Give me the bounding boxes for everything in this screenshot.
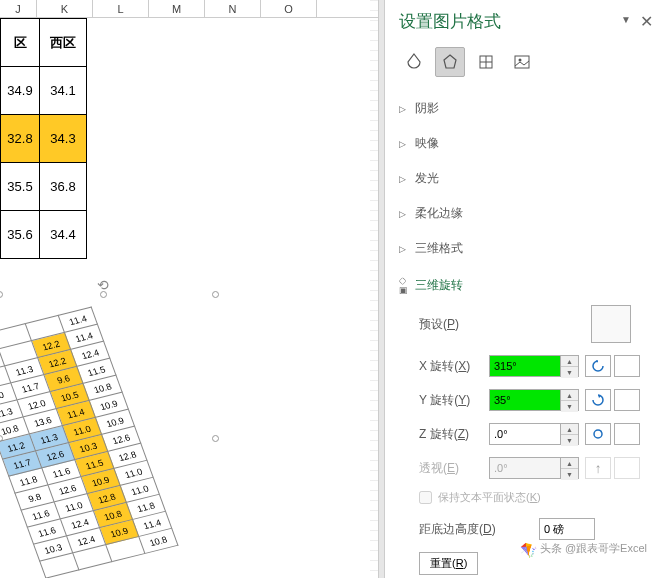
- preset-label: 预设(P): [419, 316, 489, 333]
- expand-icon: ▷: [399, 104, 411, 114]
- rotate-down-button[interactable]: [614, 389, 640, 411]
- picture-tab-icon[interactable]: [507, 47, 537, 77]
- perspective-label: 透视(E): [419, 460, 489, 477]
- reset-button[interactable]: 重置(R): [419, 552, 478, 575]
- pane-title: 设置图片格式: [399, 10, 501, 33]
- expand-icon: ▷: [399, 244, 411, 254]
- perspective-narrow-button: ↑: [585, 457, 611, 479]
- cell[interactable]: 36.8: [40, 163, 87, 211]
- spin-up-icon: ▲: [561, 458, 578, 469]
- vertical-ruler: [370, 0, 378, 578]
- effects-tab-icon[interactable]: [435, 47, 465, 77]
- section-header-3d-rotation[interactable]: ▣ 三维旋转: [399, 272, 653, 298]
- section-reflection: ▷ 映像: [399, 128, 653, 159]
- resize-handle[interactable]: [0, 291, 3, 298]
- section-soft-edges: ▷ 柔化边缘: [399, 198, 653, 229]
- table-header-1[interactable]: 区: [1, 19, 40, 67]
- section-glow: ▷ 发光: [399, 163, 653, 194]
- rotate-ccw-button[interactable]: [585, 423, 611, 445]
- perspective-wide-button: [614, 457, 640, 479]
- keep-text-flat-label: 保持文本平面状态(K): [438, 490, 541, 505]
- section-header-3d-format[interactable]: ▷ 三维格式: [399, 237, 653, 260]
- distance-label: 距底边高度(D): [419, 521, 519, 538]
- format-picture-pane: 设置图片格式 ▼ ✕ ▷ 阴影 ▷ 映像 ▷ 发光: [385, 0, 667, 578]
- spin-up-icon[interactable]: ▲: [561, 424, 578, 435]
- rotate-right-button[interactable]: [614, 355, 640, 377]
- section-3d-format: ▷ 三维格式: [399, 233, 653, 264]
- z-rotation-label: Z 旋转(Z): [419, 426, 489, 443]
- svg-marker-0: [444, 55, 456, 68]
- spin-down-icon: ▼: [561, 469, 578, 480]
- col-header-m[interactable]: M: [149, 0, 205, 17]
- y-rotation-label: Y 旋转(Y): [419, 392, 489, 409]
- section-header-glow[interactable]: ▷ 发光: [399, 167, 653, 190]
- section-3d-rotation: ▣ 三维旋转 预设(P) X 旋转(X) ▲▼ Y 旋转(Y): [399, 268, 653, 578]
- col-header-o[interactable]: O: [261, 0, 317, 17]
- fill-line-tab-icon[interactable]: [399, 47, 429, 77]
- x-rotation-label: X 旋转(X): [419, 358, 489, 375]
- section-header-reflection[interactable]: ▷ 映像: [399, 132, 653, 155]
- watermark-icon: 🪁: [520, 542, 537, 558]
- perspective-input: [490, 458, 560, 478]
- resize-handle[interactable]: [212, 291, 219, 298]
- preset-dropdown-button[interactable]: [591, 305, 631, 343]
- z-rotation-spinner[interactable]: ▲▼: [489, 423, 579, 445]
- x-rotation-spinner[interactable]: ▲▼: [489, 355, 579, 377]
- spin-up-icon[interactable]: ▲: [561, 356, 578, 367]
- worksheet-area[interactable]: J K L M N O 区 西区 34.9 34.1 32.8 34.3 35.…: [0, 0, 378, 578]
- rotate-left-button[interactable]: [585, 355, 611, 377]
- table-header-2[interactable]: 西区: [40, 19, 87, 67]
- z-rotation-input[interactable]: [490, 424, 560, 444]
- expand-icon: ▷: [399, 209, 411, 219]
- cell[interactable]: 34.4: [40, 211, 87, 259]
- cell[interactable]: 34.9: [1, 67, 40, 115]
- spin-down-icon[interactable]: ▼: [561, 401, 578, 412]
- cell[interactable]: 35.6: [1, 211, 40, 259]
- cell[interactable]: 35.5: [1, 163, 40, 211]
- size-tab-icon[interactable]: [471, 47, 501, 77]
- table-row: 35.6 34.4: [1, 211, 87, 259]
- pane-options-dropdown-icon[interactable]: ▼: [621, 14, 631, 25]
- resize-handle[interactable]: [212, 435, 219, 442]
- column-headers: J K L M N O: [0, 0, 378, 18]
- perspective-spinner: ▲▼: [489, 457, 579, 479]
- section-header-soft-edges[interactable]: ▷ 柔化边缘: [399, 202, 653, 225]
- table-row: 35.5 36.8: [1, 163, 87, 211]
- cell[interactable]: 34.1: [40, 67, 87, 115]
- col-header-k[interactable]: K: [37, 0, 93, 17]
- spin-down-icon[interactable]: ▼: [561, 435, 578, 446]
- resize-handle[interactable]: [100, 291, 107, 298]
- spin-down-icon[interactable]: ▼: [561, 367, 578, 378]
- rotate-up-button[interactable]: [585, 389, 611, 411]
- table-row: 34.9 34.1: [1, 67, 87, 115]
- cell[interactable]: 34.3: [40, 115, 87, 163]
- spin-up-icon[interactable]: ▲: [561, 390, 578, 401]
- close-icon[interactable]: ✕: [640, 12, 653, 31]
- col-header-l[interactable]: L: [93, 0, 149, 17]
- data-table: 区 西区 34.9 34.1 32.8 34.3 35.5 36.8 35.6 …: [0, 18, 87, 259]
- expand-icon: ▷: [399, 139, 411, 149]
- section-header-shadow[interactable]: ▷ 阴影: [399, 97, 653, 120]
- col-header-n[interactable]: N: [205, 0, 261, 17]
- y-rotation-spinner[interactable]: ▲▼: [489, 389, 579, 411]
- pane-divider[interactable]: [378, 0, 385, 578]
- cell[interactable]: 32.8: [1, 115, 40, 163]
- y-rotation-input[interactable]: [490, 390, 560, 410]
- expand-icon: ▷: [399, 174, 411, 184]
- svg-point-5: [519, 59, 522, 62]
- collapse-icon: ▣: [399, 275, 411, 295]
- rotate-cw-button[interactable]: [614, 423, 640, 445]
- svg-rect-4: [515, 56, 529, 68]
- keep-text-flat-checkbox: [419, 491, 432, 504]
- col-header-j[interactable]: J: [0, 0, 37, 17]
- x-rotation-input[interactable]: [490, 356, 560, 376]
- distance-input[interactable]: [539, 518, 595, 540]
- category-tabs: [399, 47, 653, 77]
- table-row: 32.8 34.3: [1, 115, 87, 163]
- section-shadow: ▷ 阴影: [399, 93, 653, 124]
